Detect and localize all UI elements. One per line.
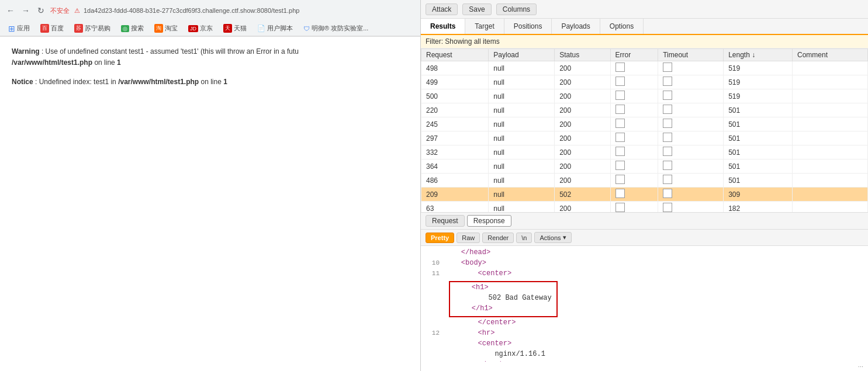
resp-btn-pretty[interactable]: Pretty	[426, 233, 454, 243]
code-line-body: 10 <body>	[421, 259, 868, 269]
bookmark-suning[interactable]: 苏 苏宁易购	[71, 23, 114, 34]
error-checkbox[interactable]	[615, 161, 625, 170]
ellipsis-row: ···	[421, 362, 868, 371]
code-content: </head>	[444, 248, 868, 256]
code-line-502: 502 Bad Gateway	[455, 294, 552, 304]
code-line-nginx: nginx/1.16.1	[421, 350, 868, 360]
notice-title: Notice	[12, 78, 33, 86]
bookmark-userscript-label: 用户脚本	[267, 24, 293, 33]
timeout-checkbox[interactable]	[663, 119, 672, 128]
columns-button[interactable]: Columns	[496, 4, 537, 15]
error-checkbox[interactable]	[615, 203, 625, 212]
timeout-checkbox[interactable]	[663, 147, 672, 156]
table-row[interactable]: 498null200519	[421, 61, 868, 75]
baidu-icon: 百	[40, 24, 49, 33]
code-line-hr: 12 <hr>	[421, 329, 868, 339]
back-button[interactable]: ←	[5, 5, 16, 16]
error-checkbox[interactable]	[615, 133, 625, 142]
timeout-checkbox[interactable]	[663, 91, 672, 100]
tab-target[interactable]: Target	[465, 19, 504, 34]
col-error[interactable]: Error	[610, 49, 658, 61]
line-num-blank2	[421, 339, 444, 340]
line-num-11: 11	[421, 269, 444, 277]
bookmark-search-label: 搜索	[131, 24, 144, 33]
table-row[interactable]: 499null200519	[421, 75, 868, 89]
filter-bar: Filter: Showing all items	[421, 35, 868, 48]
tab-payloads[interactable]: Payloads	[552, 19, 600, 34]
table-row[interactable]: 364null200501	[421, 160, 868, 174]
code-502-text: 502 Bad Gateway	[455, 294, 552, 302]
timeout-checkbox[interactable]	[663, 175, 672, 184]
sub-tab-request[interactable]: Request	[426, 215, 465, 227]
timeout-checkbox[interactable]	[663, 63, 672, 72]
resp-btn-newline[interactable]: \n	[516, 233, 532, 243]
timeout-checkbox[interactable]	[663, 77, 672, 86]
table-row[interactable]: 297null200501	[421, 131, 868, 145]
browser-content: Warning : Use of undefined constant test…	[0, 37, 420, 371]
timeout-checkbox[interactable]	[663, 105, 672, 114]
error-checkbox[interactable]	[615, 77, 625, 86]
timeout-checkbox[interactable]	[663, 189, 672, 198]
forward-button[interactable]: →	[20, 5, 32, 16]
line-num-blank3	[421, 350, 444, 351]
error-checkbox[interactable]	[615, 119, 625, 128]
code-line-h1-open: <h1>	[455, 283, 552, 294]
resp-btn-raw[interactable]: Raw	[457, 233, 480, 243]
col-request[interactable]: Request	[421, 49, 489, 61]
burp-panel: Attack Save Columns Results Target Posit…	[421, 0, 868, 371]
sub-tab-response[interactable]: Response	[467, 215, 511, 227]
resp-btn-render[interactable]: Render	[482, 233, 514, 243]
bookmark-taobao[interactable]: 淘 淘宝	[151, 23, 181, 34]
code-line-head: </head>	[421, 248, 868, 259]
security-warning: 不安全	[50, 6, 70, 15]
suning-icon: 苏	[74, 24, 83, 33]
timeout-checkbox[interactable]	[663, 161, 672, 170]
table-row[interactable]: 209null502309	[421, 188, 868, 202]
bookmark-lab-label: 明御® 攻防实验室...	[312, 24, 368, 33]
url-display: 1da42d23-fddd-4088-b31e-277c3cdf69f3.cha…	[84, 7, 299, 14]
bookmark-tianmao[interactable]: 天 天猫	[220, 23, 250, 34]
timeout-checkbox[interactable]	[663, 133, 672, 142]
attack-button[interactable]: Attack	[426, 4, 458, 15]
code-h1-open: <h1>	[455, 283, 552, 292]
bookmark-lab[interactable]: 🛡 明御® 攻防实验室...	[300, 23, 372, 34]
error-checkbox[interactable]	[615, 91, 625, 100]
error-checkbox[interactable]	[615, 147, 625, 156]
bookmark-jd[interactable]: JD 京东	[185, 23, 216, 34]
code-line-center2: <center>	[421, 339, 868, 350]
col-comment[interactable]: Comment	[792, 49, 867, 61]
warning-block: Warning : Use of undefined constant test…	[12, 46, 409, 68]
table-row[interactable]: 500null200519	[421, 89, 868, 103]
warning-line-label: on line	[94, 58, 117, 67]
error-checkbox[interactable]	[615, 63, 625, 72]
col-timeout[interactable]: Timeout	[658, 49, 724, 61]
table-row[interactable]: 220null200501	[421, 103, 868, 117]
code-center2: <center>	[444, 339, 868, 348]
error-checkbox[interactable]	[615, 175, 625, 184]
col-status[interactable]: Status	[555, 49, 610, 61]
table-row[interactable]: 63null200182	[421, 202, 868, 213]
tab-options[interactable]: Options	[600, 19, 644, 34]
table-row[interactable]: 245null200501	[421, 117, 868, 131]
tab-positions[interactable]: Positions	[504, 19, 552, 34]
resp-btn-actions[interactable]: Actions ▾	[534, 232, 571, 243]
error-checkbox[interactable]	[615, 189, 625, 198]
save-button[interactable]: Save	[462, 4, 491, 15]
bookmark-apps[interactable]: ⊞ 应用	[5, 23, 33, 34]
timeout-checkbox[interactable]	[663, 203, 672, 212]
tab-results[interactable]: Results	[421, 19, 465, 34]
bookmark-baidu[interactable]: 百 百度	[37, 23, 67, 34]
col-length[interactable]: Length ↓	[724, 49, 793, 61]
table-row[interactable]: 486null200501	[421, 174, 868, 188]
table-row[interactable]: 332null200501	[421, 145, 868, 160]
security-icon: ⚠	[74, 7, 80, 15]
bookmarks-bar: ⊞ 应用 百 百度 苏 苏宁易购 ◎ 搜索 淘 淘宝 JD 京东	[0, 21, 420, 36]
col-payload[interactable]: Payload	[489, 49, 555, 61]
results-table: Request Payload Status Error Timeout Len…	[421, 48, 868, 212]
bookmark-search[interactable]: ◎ 搜索	[117, 23, 147, 34]
warning-title: Warning	[12, 47, 40, 56]
refresh-button[interactable]: ↻	[35, 5, 47, 16]
error-checkbox[interactable]	[615, 105, 625, 114]
code-hr: <hr>	[444, 329, 868, 337]
bookmark-userscript[interactable]: 📄 用户脚本	[254, 23, 296, 34]
